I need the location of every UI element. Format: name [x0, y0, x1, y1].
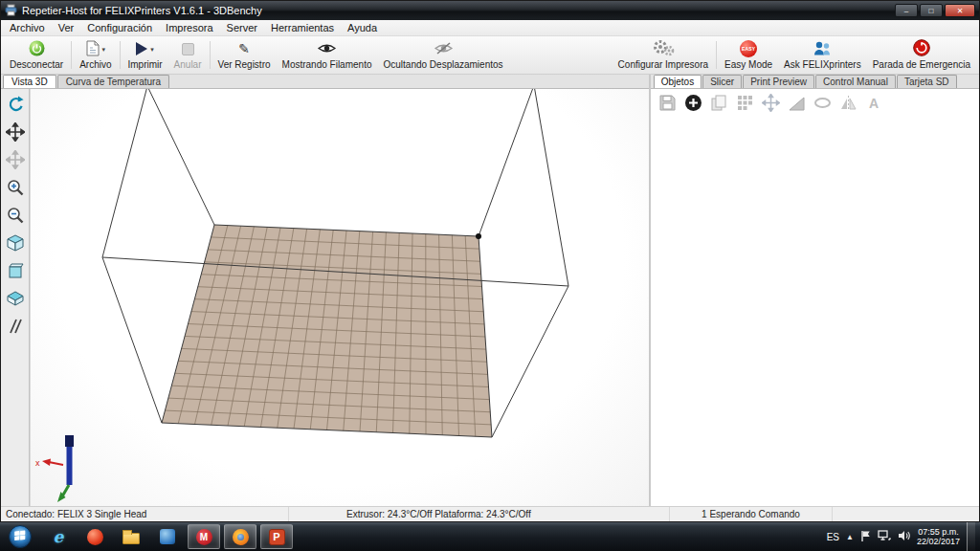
close-button[interactable]: ✕ [945, 4, 975, 17]
tab-slicer[interactable]: Slicer [702, 75, 742, 88]
action-center-icon[interactable] [860, 530, 871, 544]
svg-text:A: A [869, 96, 879, 111]
menu-ayuda[interactable]: Ayuda [341, 20, 384, 35]
status-queue: 1 Esperando Comando [669, 507, 832, 521]
people-icon [813, 40, 832, 58]
zoom-in-button[interactable] [4, 176, 27, 199]
menu-bar: Archivo Ver Configuración Impresora Serv… [1, 20, 979, 36]
center-object-button[interactable] [762, 94, 780, 114]
maximize-button[interactable]: □ [920, 4, 943, 17]
easy-mode-button[interactable]: EASY Easy Mode [719, 37, 778, 73]
add-object-button[interactable] [684, 94, 702, 114]
clock-date: 22/02/2017 [917, 537, 960, 546]
mirror-object-button[interactable] [839, 94, 858, 114]
stop-icon [182, 43, 194, 55]
volume-icon[interactable] [898, 530, 910, 543]
explorer-folder-icon[interactable] [115, 524, 147, 549]
move-viewpoint-button[interactable] [4, 121, 27, 143]
tab-tarjeta-sd[interactable]: Tarjeta SD [897, 75, 957, 88]
toggle-projection-button[interactable] [4, 315, 27, 338]
title-bar: Repetier-Host for FELIXPrinters V1.6.1 -… [1, 1, 979, 20]
print-bed-scene[interactable]: x [31, 89, 649, 508]
toolbar-separator [120, 41, 121, 69]
abort-button: Anular [168, 37, 208, 73]
isometric-view-button[interactable] [4, 231, 27, 254]
object-analysis-button[interactable]: A [865, 94, 883, 114]
menu-configuracion[interactable]: Configuración [80, 20, 159, 35]
emergency-stop-button[interactable]: Parada de Emergencia [867, 37, 976, 73]
menu-server[interactable]: Server [220, 20, 264, 35]
status-connection: Conectado: FELIX 3 Single Head [1, 507, 288, 521]
view-tool-column [1, 89, 30, 506]
clock-time: 07:55 p.m. [917, 527, 960, 537]
main-area: Vista 3D Curva de Temperatura [1, 75, 979, 506]
right-panel-tabs: Objetos Slicer Print Preview Control Man… [651, 75, 979, 89]
pencil-icon: ✎ [238, 42, 250, 55]
ie-icon[interactable]: e [42, 524, 75, 549]
show-desktop-button[interactable] [967, 522, 975, 551]
start-button[interactable] [2, 524, 38, 549]
rotate-view-button[interactable] [4, 93, 27, 116]
tab-vista-3d[interactable]: Vista 3D [3, 75, 56, 88]
menu-impresora[interactable]: Impresora [159, 20, 220, 35]
zoom-out-button[interactable] [4, 204, 27, 227]
blue-app-icon[interactable] [151, 524, 184, 549]
axis-indicator: x [35, 435, 74, 502]
front-view-button[interactable] [4, 259, 27, 282]
network-icon[interactable] [878, 530, 891, 543]
red-app-icon[interactable] [78, 524, 111, 549]
minimize-button[interactable]: – [895, 4, 918, 17]
x-axis-label: x [35, 458, 40, 468]
windows-taskbar: e M P ES ▲ 07:55 p.m. 22/02/2017 [0, 522, 980, 551]
easy-mode-icon: EASY [740, 40, 757, 57]
print-button[interactable]: ▾ Imprimir [122, 37, 168, 73]
disconnect-button[interactable]: Desconectar [4, 37, 69, 73]
toggle-log-button[interactable]: ✎ Ver Registro [212, 37, 277, 73]
tray-expand-icon[interactable]: ▲ [846, 533, 854, 541]
menu-archivo[interactable]: Archivo [3, 20, 52, 35]
top-view-button[interactable] [4, 287, 27, 310]
object-list-area [651, 118, 979, 506]
chevron-down-icon[interactable]: ▾ [102, 46, 106, 53]
copy-object-button[interactable] [710, 94, 728, 114]
toolbar-separator [210, 41, 211, 69]
eye-icon [318, 42, 336, 56]
language-indicator[interactable]: ES [827, 532, 839, 542]
firefox-icon[interactable] [224, 524, 256, 549]
menu-ver[interactable]: Ver [52, 20, 81, 35]
system-tray: ES ▲ 07:55 p.m. 22/02/2017 [827, 522, 978, 551]
taskbar-clock[interactable]: 07:55 p.m. 22/02/2017 [917, 527, 960, 546]
tab-objetos[interactable]: Objetos [654, 75, 702, 88]
file-icon [86, 40, 100, 58]
status-bar: Conectado: FELIX 3 Single Head Extrusor:… [1, 506, 979, 521]
load-file-button[interactable]: ▾ Archivo [74, 37, 117, 73]
tab-curva-temperatura[interactable]: Curva de Temperatura [57, 75, 169, 88]
right-panel: Objetos Slicer Print Preview Control Man… [649, 75, 979, 506]
show-filament-button[interactable]: Mostrando Filamento [277, 37, 378, 73]
autoposition-button[interactable] [736, 94, 754, 114]
hide-travel-button[interactable]: Ocultando Desplazamientos [377, 37, 508, 73]
chevron-down-icon[interactable]: ▾ [150, 46, 154, 53]
ask-felixprinters-button[interactable]: Ask FELIXprinters [778, 37, 867, 73]
print-bed [162, 225, 492, 437]
object-toolbar: A [651, 89, 979, 118]
3d-viewport[interactable]: x [30, 89, 649, 506]
window-title: Repetier-Host for FELIXPrinters V1.6.1 -… [22, 5, 890, 16]
tab-print-preview[interactable]: Print Preview [743, 75, 814, 88]
powerpoint-icon[interactable]: P [260, 524, 293, 549]
main-toolbar: Desconectar ▾ Archivo ▾ Imprimir Anular … [1, 36, 979, 75]
play-icon [136, 42, 147, 55]
toolbar-separator [716, 41, 717, 69]
status-temperatures: Extrusor: 24.3°C/Off Plataforma: 24.3°C/… [288, 507, 669, 521]
save-button[interactable] [658, 94, 677, 114]
app-icon [5, 4, 17, 18]
status-spacer [832, 507, 979, 521]
rotate-object-button[interactable] [813, 94, 832, 114]
makerware-icon[interactable]: M [188, 524, 220, 549]
application-window: Repetier-Host for FELIXPrinters V1.6.1 -… [0, 0, 980, 522]
printer-settings-button[interactable]: Configurar Impresora [612, 37, 714, 73]
scale-object-button[interactable] [788, 94, 806, 114]
menu-herramientas[interactable]: Herramientas [264, 20, 341, 35]
move-object-button[interactable] [4, 148, 27, 171]
tab-control-manual[interactable]: Control Manual [815, 75, 896, 88]
